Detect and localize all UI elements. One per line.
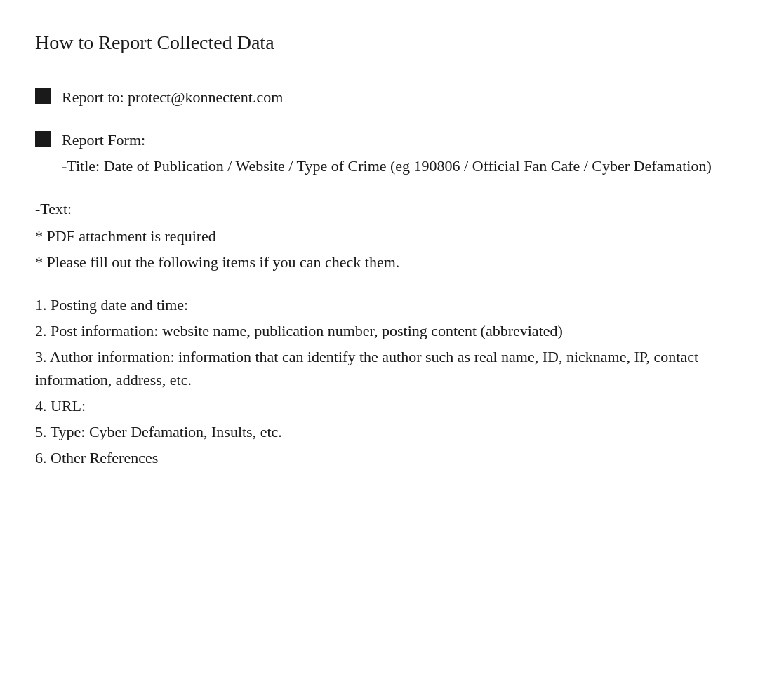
list-item-5: 5. Type: Cyber Defamation, Insults, etc. xyxy=(35,420,723,443)
report-to-section: Report to: protect@konnectent.com xyxy=(35,86,723,109)
list-item-1: 1. Posting date and time: xyxy=(35,293,723,316)
text-section: -Text: * PDF attachment is required * Pl… xyxy=(35,197,723,274)
bullet-square-icon-2 xyxy=(35,131,51,147)
list-item-6: 6. Other References xyxy=(35,446,723,469)
report-to-text: Report to: protect@konnectent.com xyxy=(62,86,283,109)
list-item-3: 3. Author information: information that … xyxy=(35,345,723,391)
pdf-note: * PDF attachment is required xyxy=(35,224,723,248)
list-item-2: 2. Post information: website name, publi… xyxy=(35,319,723,342)
fill-note: * Please fill out the following items if… xyxy=(35,250,723,274)
report-form-title: -Title: Date of Publication / Website / … xyxy=(62,154,723,177)
report-form-section: Report Form: -Title: Date of Publication… xyxy=(35,128,723,177)
report-form-label: Report Form: xyxy=(62,128,723,152)
page-title: How to Report Collected Data xyxy=(35,28,723,58)
bullet-square-icon xyxy=(35,88,51,104)
text-label: -Text: xyxy=(35,197,723,220)
numbered-list: 1. Posting date and time: 2. Post inform… xyxy=(35,293,723,469)
list-item-4: 4. URL: xyxy=(35,394,723,417)
report-form-content: Report Form: -Title: Date of Publication… xyxy=(62,128,723,177)
